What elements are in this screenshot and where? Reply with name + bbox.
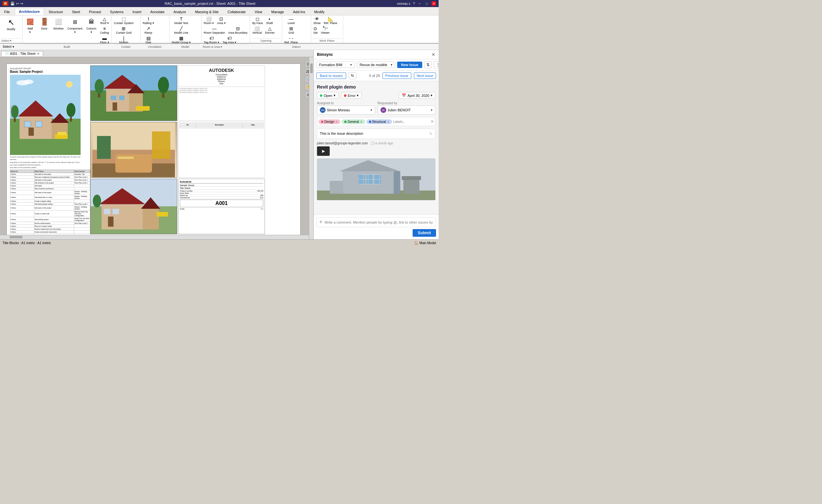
set-button[interactable]: ⊙ Set [313,26,319,35]
room-separator-button[interactable]: — Room Separator [203,26,226,35]
model-line-button[interactable]: ╱ Model Line [171,26,192,35]
scrollbar-horizontal[interactable] [0,235,309,239]
wall-button[interactable]: 🧱 Wall▾ [24,16,37,35]
design-label-remove[interactable]: ✕ [335,120,338,124]
tab-structure[interactable]: Structure [45,8,67,15]
previous-issue-button[interactable]: Previous issue [382,73,411,79]
labels-input[interactable] [393,120,429,124]
edit-description-button[interactable]: ✎ [429,132,432,136]
model-group-button[interactable]: ▦ Model Group ▾ [171,35,192,44]
model-text-button[interactable]: T Model Text [171,16,192,25]
ramp-button[interactable]: ↗ Ramp [142,26,155,35]
table-row: A ItemsAdd windows to the projectFloor P… [10,182,90,184]
canvas-area[interactable]: ⊡ 2D 🔍 ✋ ⊙ Autodesk® Revit® Basic Sample… [0,57,313,239]
tab-addins[interactable]: Add-Ins [289,8,310,15]
area-boundary-button[interactable]: ⊟ Area Boundary [227,26,249,35]
tag-room-button[interactable]: 🏷 Tag Room ▾ [203,35,221,44]
calendar-icon: 📅 [402,93,406,98]
component-button[interactable]: ⊞ Component▾ [66,16,84,35]
column-icon: 🏛 [86,17,97,27]
floor-button[interactable]: ▬ Floor ▾ [99,35,110,44]
scroll-thumb-h[interactable] [10,236,22,238]
area-icon: ⊡ [219,16,223,21]
close-window-button[interactable]: ✕ [432,1,436,6]
level-button[interactable]: — Level [284,16,299,25]
tab-view[interactable]: View [251,8,267,15]
date-badge[interactable]: 📅 April 30, 2020 ▾ [399,92,435,99]
ref-plane-button[interactable]: - - Ref. Plane [284,35,299,44]
ribbon-group-circulation: ⌇ Railing ▾ ↗ Ramp ▤ Stair Circulation [141,15,169,43]
open-status-badge[interactable]: Open ▾ [317,92,338,99]
curtain-grid-button[interactable]: ⊞ Curtain Grid [113,26,135,35]
requested-by-dropdown[interactable]: JB Julien BENOIT ▾ [378,106,436,115]
modify-icon: ↖ [6,17,16,28]
tab-architecture[interactable]: Architecture [15,8,44,15]
tab-precast[interactable]: Precast [85,8,105,15]
mullion-button[interactable]: | Mullion [113,35,135,44]
window-button[interactable]: ⬜ Window [52,16,65,31]
tag-area-button[interactable]: 🏷 Tag Area ▾ [222,35,237,44]
area-button[interactable]: ⊡ Area ▾ [216,16,227,25]
more-options-button[interactable]: ⋮ [434,61,439,68]
video-thumbnail[interactable]: ▶ [317,146,330,156]
column-button[interactable]: 🏛 Column▾ [85,16,98,35]
by-face-button[interactable]: ◻ By Face [252,16,264,25]
general-label-remove[interactable]: ✕ [360,120,363,124]
roof-button[interactable]: △ Roof ▾ [99,16,110,25]
select-dropdown[interactable]: Select ▾ [3,45,14,48]
project-dropdown[interactable]: Formation BIM ▾ [316,62,355,68]
vertical-button[interactable]: ⬜ Vertical [252,26,263,35]
new-issue-button[interactable]: New Issue [397,62,422,68]
table-row: A ItemsAdd detail [10,184,90,187]
quick-access-toolbar[interactable]: 💾 ↩ ↪ [10,2,23,6]
tab-collaborate[interactable]: Collaborate [224,8,250,15]
requested-avatar: JB [381,107,386,113]
assigned-to-dropdown[interactable]: SM Simon Moreau ▾ [317,106,375,115]
viewer-button[interactable]: 🔭 Viewer [320,26,330,35]
tab-analyze[interactable]: Analyze [169,8,190,15]
show-button[interactable]: 👁 Show [313,16,322,25]
dormer-button[interactable]: △ Dormer [264,26,276,35]
help-button[interactable]: ? [413,2,415,5]
submit-button[interactable]: Submit [413,229,436,237]
table-row: A ItemsAdd parking spacesSmall Tub: Top … [10,217,90,222]
maximize-button[interactable]: □ [424,1,429,6]
railing-button[interactable]: ⌇ Railing ▾ [142,16,155,25]
tab-insert[interactable]: Insert [128,8,146,15]
scroll-thumb-v[interactable] [310,64,313,73]
scrollbar-vertical[interactable] [309,57,313,239]
tab-file[interactable]: File [0,8,14,15]
tab-manage[interactable]: Manage [267,8,288,15]
back-to-issues-button[interactable]: Back to issues [316,73,346,79]
type-dropdown[interactable]: Revue de modèle ▾ [357,62,395,68]
sort-button[interactable]: ⇅ [424,61,432,68]
door-button[interactable]: 🚪 Door [38,16,51,31]
grid-button[interactable]: ⊞ Grid [284,26,299,35]
project-name: Formation BIM [319,63,342,67]
ref-plane2-button[interactable]: 📐 Ref. Plane [323,16,338,25]
tab-modify[interactable]: Modify [310,8,329,15]
shaft-button[interactable]: ▪ Shaft [265,16,274,25]
close-tab-icon[interactable]: ✕ [37,52,39,56]
tab-massing[interactable]: Massing & Site [191,8,223,15]
ceiling-button[interactable]: ≡ Ceiling [99,26,110,35]
curtain-system-button[interactable]: ⬚ Curtain System [113,16,135,25]
room-button[interactable]: ⬜ Room ▾ [203,16,215,25]
tab-systems[interactable]: Systems [106,8,128,15]
stair-button[interactable]: ▤ Stair [142,35,155,44]
tab-annotate[interactable]: Annotate [146,8,168,15]
error-status-badge[interactable]: Error ▾ [341,92,362,99]
modify-button[interactable]: ↖ Modify [4,16,19,32]
refresh-button[interactable]: ↻ [349,72,356,79]
comment-input[interactable] [325,220,433,224]
open-status-label: Open [324,94,332,98]
next-issue-button[interactable]: Next issue [414,73,436,79]
add-attachment-button[interactable]: + [319,219,323,226]
structural-label-remove[interactable]: ✕ [387,120,390,124]
level-icon: — [289,16,294,21]
bimsync-close-button[interactable]: ✕ [432,52,435,57]
minimize-button[interactable]: ─ [417,1,422,6]
labels-clear-button[interactable]: ✕ [431,119,434,124]
tab-steel[interactable]: Steel [68,8,84,15]
drawing-tab-a001[interactable]: 📄 A001 - Title Sheet ✕ [1,51,43,56]
